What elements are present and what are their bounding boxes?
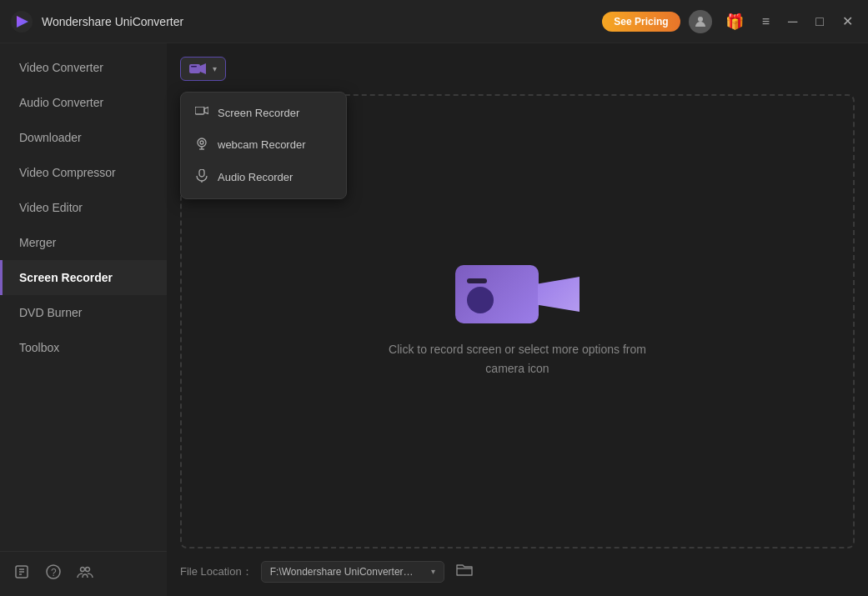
content-footer: File Location： F:\Wondershare UniConvert…: [180, 560, 855, 583]
screen-recorder-icon: [194, 106, 209, 120]
sidebar-item-video-editor[interactable]: Video Editor: [0, 190, 167, 225]
screen-recorder-label: Screen Recorder: [218, 107, 299, 119]
sidebar-label: DVD Burner: [19, 306, 82, 319]
sidebar: Video Converter Audio Converter Download…: [0, 43, 167, 596]
webcam-icon: [194, 137, 209, 153]
svg-rect-20: [199, 169, 204, 177]
sidebar-label: Video Editor: [19, 201, 83, 214]
file-location-select[interactable]: F:\Wondershare UniConverter\Co... ▾: [261, 561, 444, 583]
camera-lens: [467, 287, 494, 313]
sidebar-item-downloader[interactable]: Downloader: [0, 120, 167, 155]
webcam-recorder-label: webcam Recorder: [218, 138, 306, 151]
record-hint-line2: camera icon: [485, 362, 549, 375]
sidebar-label: Screen Recorder: [19, 271, 113, 284]
svg-point-16: [198, 138, 206, 147]
svg-point-9: [81, 568, 85, 572]
svg-point-10: [86, 568, 90, 572]
title-bar: Wondershare UniConverter See Pricing 🎁 ≡…: [0, 0, 868, 43]
audio-recorder-icon: [194, 169, 209, 185]
sidebar-label: Merger: [19, 236, 56, 249]
sidebar-item-screen-recorder[interactable]: Screen Recorder: [0, 260, 167, 295]
camera-viewfinder: [538, 277, 580, 312]
maximize-button[interactable]: □: [810, 11, 829, 33]
dropdown-arrow-icon: ▾: [213, 64, 217, 73]
people-icon[interactable]: [77, 563, 93, 584]
recorder-type-button[interactable]: ▾: [180, 57, 226, 81]
minimize-button[interactable]: ─: [783, 11, 802, 33]
sidebar-item-dvd-burner[interactable]: DVD Burner: [0, 295, 167, 330]
help-icon[interactable]: ?: [45, 563, 62, 584]
sidebar-item-merger[interactable]: Merger: [0, 225, 167, 260]
titlebar-actions: See Pricing 🎁 ≡ ─ □ ✕: [602, 9, 858, 34]
see-pricing-button[interactable]: See Pricing: [602, 12, 680, 32]
recorder-dropdown-menu: Screen Recorder webcam Recorder: [180, 92, 347, 199]
sidebar-label: Video Converter: [19, 61, 103, 74]
file-location-value: F:\Wondershare UniConverter\Co...: [270, 566, 416, 578]
record-hint-line1: Click to record screen or select more op…: [389, 343, 646, 356]
sidebar-item-video-converter[interactable]: Video Converter: [0, 50, 167, 85]
record-hint: Click to record screen or select more op…: [389, 340, 646, 378]
sidebar-item-audio-converter[interactable]: Audio Converter: [0, 85, 167, 120]
hamburger-menu-button[interactable]: ≡: [757, 11, 775, 33]
app-logo: [10, 10, 33, 33]
camera-illustration: [455, 265, 580, 323]
svg-point-2: [698, 17, 703, 22]
sidebar-label: Toolbox: [19, 341, 59, 354]
user-avatar[interactable]: [689, 10, 712, 33]
svg-rect-11: [189, 64, 200, 73]
sidebar-item-video-compressor[interactable]: Video Compressor: [0, 155, 167, 190]
file-location-dropdown-arrow: ▾: [431, 567, 435, 576]
sidebar-label: Downloader: [19, 131, 82, 144]
dropdown-item-audio-recorder[interactable]: Audio Recorder: [181, 161, 346, 193]
camera-icon: [189, 63, 206, 75]
file-location-label: File Location：: [180, 564, 253, 579]
app-title: Wondershare UniConverter: [42, 15, 602, 28]
camera-body: [455, 265, 539, 323]
book-icon[interactable]: [13, 563, 30, 584]
open-folder-button[interactable]: [453, 560, 476, 583]
sidebar-footer: ?: [0, 551, 167, 596]
svg-rect-13: [191, 66, 197, 68]
dropdown-item-screen-recorder[interactable]: Screen Recorder: [181, 98, 346, 128]
audio-recorder-label: Audio Recorder: [218, 171, 293, 183]
sidebar-label: Video Compressor: [19, 166, 116, 179]
svg-marker-12: [200, 63, 206, 74]
sidebar-label: Audio Converter: [19, 96, 103, 109]
svg-text:?: ?: [51, 567, 57, 578]
sidebar-nav: Video Converter Audio Converter Download…: [0, 50, 167, 551]
main-layout: Video Converter Audio Converter Download…: [0, 43, 868, 596]
content-toolbar: ▾ Screen Recorder: [180, 57, 855, 81]
close-button[interactable]: ✕: [837, 10, 858, 33]
svg-rect-14: [195, 107, 204, 114]
dropdown-item-webcam-recorder[interactable]: webcam Recorder: [181, 128, 346, 161]
svg-marker-15: [204, 108, 208, 114]
sidebar-item-toolbox[interactable]: Toolbox: [0, 330, 167, 365]
svg-point-17: [200, 141, 203, 144]
content-area: ▾ Screen Recorder: [167, 43, 868, 596]
gift-icon[interactable]: 🎁: [720, 9, 749, 34]
